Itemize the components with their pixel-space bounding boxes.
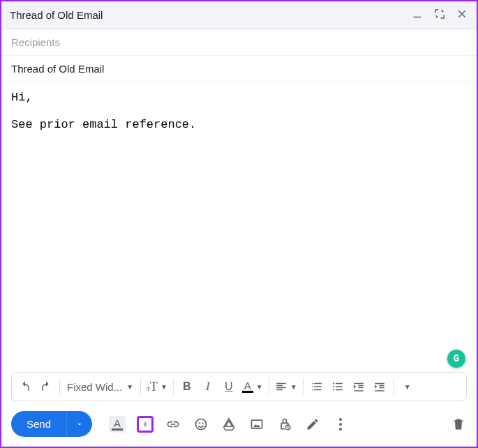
- redo-button[interactable]: [38, 380, 54, 393]
- send-group: Send: [11, 411, 92, 437]
- svg-point-3: [333, 389, 334, 390]
- more-options-button[interactable]: [332, 416, 349, 433]
- send-options-button[interactable]: [66, 411, 92, 437]
- paperclip-icon: [142, 417, 148, 431]
- separator: [140, 378, 141, 395]
- indent-more-button[interactable]: [372, 380, 387, 393]
- body-line: See prior email reference.: [11, 118, 467, 131]
- svg-point-1: [333, 382, 334, 384]
- numbered-list-button[interactable]: [309, 380, 324, 393]
- insert-link-button[interactable]: [165, 416, 181, 433]
- window-controls: [411, 8, 468, 22]
- font-size-select[interactable]: тT ▼: [147, 380, 167, 394]
- body-line: Hi,: [11, 91, 467, 104]
- svg-point-4: [196, 419, 207, 429]
- svg-point-2: [333, 386, 334, 387]
- svg-point-5: [198, 422, 200, 424]
- indent-less-button[interactable]: [351, 380, 366, 393]
- chevron-down-icon: ▼: [404, 383, 411, 391]
- lock-clock-icon: [278, 417, 292, 431]
- underline-button[interactable]: U: [221, 380, 237, 393]
- font-family-select[interactable]: Fixed Wid... ▼: [66, 381, 135, 393]
- pen-icon: [306, 417, 320, 431]
- formatting-options-button[interactable]: A: [109, 416, 126, 433]
- grammarly-icon[interactable]: G: [447, 350, 465, 368]
- title-bar: Thread of Old Email: [1, 1, 477, 29]
- separator: [269, 378, 269, 395]
- formatting-toolbar: Fixed Wid... ▼ тT ▼ B I U A ▼ ▼: [11, 372, 467, 401]
- separator: [59, 378, 60, 395]
- subject-field[interactable]: Thread of Old Email: [1, 56, 477, 82]
- photo-icon: [250, 417, 264, 431]
- recipients-field[interactable]: Recipients: [1, 29, 477, 56]
- more-vert-icon: [339, 418, 342, 431]
- confidential-mode-button[interactable]: [276, 416, 293, 433]
- bold-button[interactable]: B: [179, 380, 195, 393]
- separator: [303, 378, 304, 395]
- bulleted-list-button[interactable]: [330, 380, 345, 393]
- trash-icon: [451, 417, 465, 431]
- insert-signature-button[interactable]: [304, 416, 321, 433]
- undo-button[interactable]: [17, 380, 33, 393]
- emoji-icon: [194, 417, 208, 431]
- close-icon[interactable]: [456, 8, 468, 22]
- chevron-down-icon: ▼: [256, 383, 263, 391]
- link-icon: [166, 417, 180, 431]
- more-formatting-button[interactable]: ▼: [399, 383, 414, 391]
- compose-window: Thread of Old Email Recipients Thread of…: [0, 0, 478, 448]
- action-icons: A: [109, 416, 467, 433]
- chevron-down-icon: ▼: [160, 383, 167, 391]
- text-color-button[interactable]: A ▼: [242, 380, 263, 393]
- drive-icon: [222, 417, 236, 431]
- align-button[interactable]: ▼: [275, 380, 297, 393]
- insert-emoji-button[interactable]: [193, 416, 209, 433]
- svg-rect-0: [414, 17, 421, 18]
- separator: [173, 378, 174, 395]
- insert-photo-button[interactable]: [248, 416, 265, 433]
- insert-drive-button[interactable]: [221, 416, 237, 433]
- svg-point-6: [202, 422, 203, 424]
- bottom-toolbar: Send A: [1, 404, 477, 447]
- message-body[interactable]: Hi, See prior email reference. G: [1, 82, 477, 372]
- discard-draft-button[interactable]: [450, 416, 467, 433]
- chevron-down-icon: ▼: [126, 383, 133, 391]
- minimize-icon[interactable]: [411, 8, 424, 22]
- fullscreen-icon[interactable]: [433, 8, 446, 22]
- window-title: Thread of Old Email: [10, 9, 411, 21]
- attach-file-button[interactable]: [137, 416, 154, 433]
- italic-button[interactable]: I: [200, 380, 216, 394]
- separator: [393, 378, 394, 395]
- send-button[interactable]: Send: [11, 411, 66, 437]
- chevron-down-icon: ▼: [290, 383, 297, 391]
